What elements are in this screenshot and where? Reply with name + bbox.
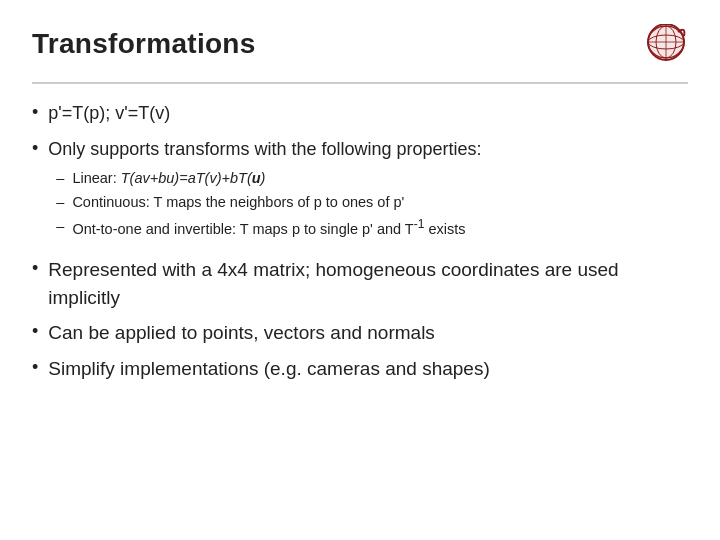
- bullet-dot-5: •: [32, 355, 38, 380]
- slide-header: Transformations: [32, 28, 688, 84]
- bullet-item-3: • Represented with a 4x4 matrix; homogen…: [32, 256, 688, 311]
- sub-bullet-continuous: – Continuous: T maps the neighbors of p …: [56, 192, 481, 213]
- linear-formula: T(av+bu)=aT(v)+bT(u): [121, 170, 266, 186]
- sub-bullet-dash-3: –: [56, 216, 64, 237]
- bullet-text-1: p'=T(p); v'=T(v): [48, 100, 170, 126]
- lower-bullet-list: • Represented with a 4x4 matrix; homogen…: [32, 256, 688, 382]
- bullet-text-3: Represented with a 4x4 matrix; homogeneo…: [48, 256, 688, 311]
- bullet-dot-2: •: [32, 136, 38, 161]
- bullet-dot-4: •: [32, 319, 38, 344]
- bullet-item-5: • Simplify implementations (e.g. cameras…: [32, 355, 688, 383]
- bullet-text-4: Can be applied to points, vectors and no…: [48, 319, 435, 347]
- main-bullet-list: • p'=T(p); v'=T(v) • Only supports trans…: [32, 100, 688, 246]
- slide-content: • p'=T(p); v'=T(v) • Only supports trans…: [32, 100, 688, 382]
- bullet-item-2: • Only supports transforms with the foll…: [32, 136, 688, 246]
- logo-icon: [636, 24, 688, 72]
- sub-bullet-linear: – Linear: T(av+bu)=aT(v)+bT(u): [56, 168, 481, 189]
- bullet-text-5: Simplify implementations (e.g. cameras a…: [48, 355, 489, 383]
- bullet-text-2: Only supports transforms with the follow…: [48, 136, 481, 246]
- bullet-item-4: • Can be applied to points, vectors and …: [32, 319, 688, 347]
- sub-bullet-list: – Linear: T(av+bu)=aT(v)+bT(u) – Continu…: [56, 168, 481, 240]
- sub-bullet-dash-2: –: [56, 192, 64, 213]
- bullet-dot-1: •: [32, 100, 38, 125]
- slide-title: Transformations: [32, 28, 256, 60]
- bullet-dot-3: •: [32, 256, 38, 281]
- sub-bullet-one-to-one: – Ont-to-one and invertible: T maps p to…: [56, 216, 481, 240]
- sub-bullet-dash-1: –: [56, 168, 64, 189]
- sub-text-linear: Linear: T(av+bu)=aT(v)+bT(u): [72, 168, 265, 189]
- sub-text-one-to-one: Ont-to-one and invertible: T maps p to s…: [72, 216, 465, 240]
- sub-text-continuous: Continuous: T maps the neighbors of p to…: [72, 192, 404, 213]
- slide: Transformations • p'=T(p); v'=T(v) • Onl…: [0, 0, 720, 540]
- bullet-item-1: • p'=T(p); v'=T(v): [32, 100, 688, 126]
